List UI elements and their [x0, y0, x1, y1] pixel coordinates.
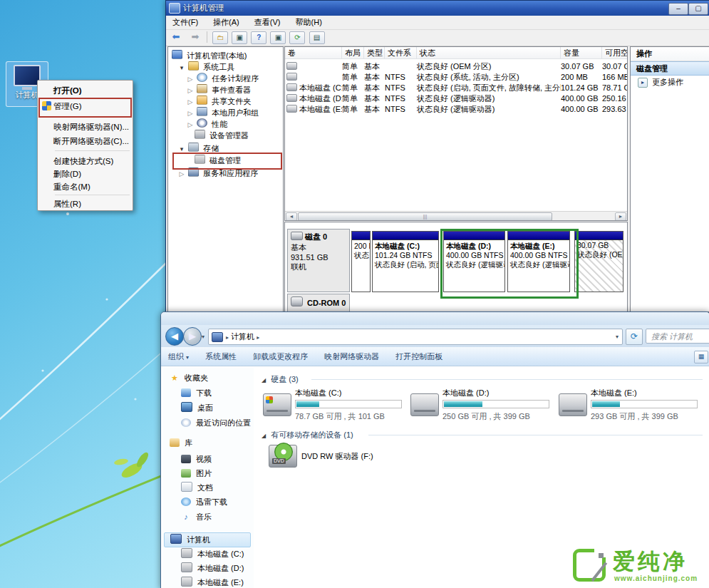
- volume-row[interactable]: 简单 基本 状态良好 (OEM 分区) 30.07 GB 30.07 G: [285, 61, 627, 72]
- sidebar-disk-e[interactable]: 本地磁盘 (E:): [162, 576, 254, 588]
- col-fs[interactable]: 文件系统: [385, 47, 417, 59]
- group-header-harddisks[interactable]: ◢ 硬盘 (3): [262, 373, 703, 385]
- horizontal-scrollbar[interactable]: ◄ ||| ►: [285, 211, 627, 220]
- console-window-icon[interactable]: ▣: [232, 31, 247, 44]
- menu-action[interactable]: 操作(A): [207, 16, 246, 29]
- sidebar-disk-c[interactable]: 本地磁盘 (C:): [162, 547, 254, 561]
- menu-item-disconnect-network-drive[interactable]: 断开网络驱动器(C)...: [39, 135, 131, 148]
- change-view-icon[interactable]: ▦: [694, 351, 708, 363]
- breadcrumb-sep[interactable]: ▸: [257, 334, 259, 341]
- search-input[interactable]: 搜索 计算机: [646, 329, 709, 344]
- console-window2-icon[interactable]: ▣: [270, 31, 286, 44]
- actions-more[interactable]: ▸ 更多操作: [631, 76, 709, 88]
- dvd-drive-tile[interactable]: DVD DVD RW 驱动器 (F:): [263, 445, 407, 482]
- tree-item-system-tools[interactable]: ▾ 系统工具: [168, 61, 283, 73]
- cdrom0-header[interactable]: CD-ROM 0: [287, 294, 350, 312]
- tree-item-local-users[interactable]: ▷ 本地用户和组: [168, 107, 283, 118]
- partition-e[interactable]: 本地磁盘 (E:) 400.00 GB NTFS 状态良好 (逻辑驱动器): [507, 231, 570, 292]
- tree-item-performance[interactable]: ▷ 性能: [168, 118, 283, 130]
- cm-title-bar[interactable]: 计算机管理 – ▢: [166, 1, 709, 16]
- tree-item-device-manager[interactable]: 设备管理器: [168, 130, 283, 141]
- sidebar-thunder-download[interactable]: 迅雷下载: [162, 495, 254, 509]
- system-properties-button[interactable]: 系统属性: [198, 347, 244, 361]
- col-capacity[interactable]: 容量: [561, 47, 602, 59]
- sidebar-music[interactable]: ♪ 音乐: [162, 510, 254, 524]
- partition-oem[interactable]: 30.07 GB 状态良好 (OEM 分区): [574, 231, 623, 292]
- disk0-header[interactable]: 磁盘 0 基本 931.51 GB 联机: [287, 229, 350, 292]
- sidebar-downloads[interactable]: 下载: [162, 386, 254, 400]
- collapsed-icon[interactable]: ▷: [187, 96, 194, 108]
- sidebar-pictures[interactable]: 图片: [162, 467, 254, 480]
- show-console-tree-icon[interactable]: 🗀: [212, 31, 228, 44]
- address-dropdown-icon[interactable]: ▾: [616, 329, 619, 344]
- drive-tile-e[interactable]: 本地磁盘 (E:) 293 GB 可用 , 共 399 GB: [559, 388, 703, 425]
- menu-view[interactable]: 查看(V): [248, 16, 287, 29]
- tree-item-root[interactable]: 计算机管理(本地): [168, 50, 283, 61]
- explorer-title-bar[interactable]: [161, 312, 709, 326]
- menu-item-map-network-drive[interactable]: 映射网络驱动器(N)...: [39, 120, 131, 133]
- back-button[interactable]: ◀: [165, 327, 184, 346]
- volume-row[interactable]: 本地磁盘 (E:) 简单 基本 NTFS 状态良好 (逻辑驱动器) 400.00…: [285, 104, 627, 115]
- col-layout[interactable]: 布局: [342, 47, 364, 59]
- partition-d[interactable]: 本地磁盘 (D:) 400.00 GB NTFS 状态良好 (逻辑驱动器): [443, 231, 505, 292]
- expanded-icon[interactable]: ▾: [178, 62, 185, 73]
- collapsed-icon[interactable]: ▷: [187, 85, 194, 96]
- tree-item-task-scheduler[interactable]: ▷ 任务计划程序: [168, 73, 283, 84]
- col-free[interactable]: 可用空间: [602, 47, 628, 59]
- actions-disk-management[interactable]: 磁盘管理: [631, 61, 709, 76]
- open-control-panel-button[interactable]: 打开控制面板: [388, 347, 450, 361]
- group-collapse-icon[interactable]: ◢: [262, 377, 266, 383]
- uninstall-program-button[interactable]: 卸载或更改程序: [246, 347, 315, 361]
- menu-item-rename[interactable]: 重命名(M): [39, 180, 131, 193]
- help-icon[interactable]: ?: [251, 31, 266, 44]
- refresh-button[interactable]: ⟳: [626, 329, 643, 345]
- partition-c[interactable]: 本地磁盘 (C:) 101.24 GB NTFS 状态良好 (启动, 页面文件,: [372, 231, 439, 292]
- menu-item-create-shortcut[interactable]: 创建快捷方式(S): [39, 155, 131, 167]
- maximize-button[interactable]: ▢: [688, 3, 708, 15]
- scroll-right-icon[interactable]: ►: [615, 212, 626, 221]
- drive-tile-c[interactable]: 本地磁盘 (C:) 78.7 GB 可用 , 共 101 GB: [263, 388, 407, 425]
- sidebar-videos[interactable]: 视频: [162, 453, 254, 466]
- collapsed-icon[interactable]: ▷: [178, 168, 185, 180]
- volume-row[interactable]: 本地磁盘 (C:) 简单 基本 NTFS 状态良好 (启动, 页面文件, 故障转…: [285, 83, 627, 93]
- tree-item-event-viewer[interactable]: ▷ 事件查看器: [168, 84, 283, 96]
- sidebar-recent-places[interactable]: 最近访问的位置: [162, 416, 254, 430]
- volume-row[interactable]: 简单 基本 NTFS 状态良好 (系统, 活动, 主分区) 200 MB 166…: [285, 72, 627, 83]
- menu-item-open[interactable]: 打开(O): [39, 84, 131, 97]
- address-bar[interactable]: ▸ 计算机 ▸ ▾: [208, 329, 623, 345]
- menu-item-delete[interactable]: 删除(D): [39, 167, 131, 180]
- col-type[interactable]: 类型: [364, 47, 385, 59]
- history-dropdown-icon[interactable]: ▾: [202, 334, 205, 340]
- sidebar-desktop[interactable]: 桌面: [162, 401, 254, 415]
- menu-item-properties[interactable]: 属性(R): [39, 197, 131, 210]
- forward-icon[interactable]: ➡: [188, 31, 202, 43]
- scrollbar-thumb[interactable]: |||: [298, 212, 552, 221]
- col-volume[interactable]: 卷: [285, 47, 342, 59]
- disk-tool-icon[interactable]: ▤: [309, 31, 325, 44]
- sidebar-libraries[interactable]: 库: [162, 436, 254, 450]
- drive-tile-d[interactable]: 本地磁盘 (D:) 250 GB 可用 , 共 399 GB: [410, 388, 554, 425]
- group-header-removable[interactable]: ◢ 有可移动存储的设备 (1): [262, 429, 703, 440]
- breadcrumb-computer[interactable]: 计算机: [231, 332, 254, 341]
- collapsed-icon[interactable]: ▷: [187, 73, 194, 85]
- sidebar-documents[interactable]: 文档: [162, 481, 254, 495]
- scroll-left-icon[interactable]: ◄: [286, 212, 297, 221]
- map-network-drive-button[interactable]: 映射网络驱动器: [317, 347, 386, 361]
- sidebar-favorites[interactable]: ★ 收藏夹: [162, 371, 254, 385]
- group-collapse-icon[interactable]: ◢: [262, 433, 266, 439]
- col-status[interactable]: 状态: [417, 47, 561, 59]
- tree-item-shared-folders[interactable]: ▷ 共享文件夹: [168, 96, 283, 107]
- collapsed-icon[interactable]: ▷: [187, 108, 194, 119]
- sidebar-computer[interactable]: 计算机: [164, 532, 251, 547]
- refresh-icon[interactable]: ⟳: [289, 31, 305, 44]
- menu-file[interactable]: 文件(F): [166, 16, 205, 29]
- organize-button[interactable]: 组织 ▾: [161, 347, 196, 363]
- volume-row[interactable]: 本地磁盘 (D:) 简单 基本 NTFS 状态良好 (逻辑驱动器) 400.00…: [285, 93, 627, 104]
- forward-button[interactable]: ▶: [183, 327, 202, 346]
- back-icon[interactable]: ⬅: [169, 31, 183, 43]
- collapsed-icon[interactable]: ▷: [187, 119, 194, 130]
- menu-help[interactable]: 帮助(H): [289, 16, 328, 29]
- minimize-button[interactable]: –: [668, 3, 688, 15]
- sidebar-disk-d[interactable]: 本地磁盘 (D:): [162, 562, 254, 575]
- partition-system[interactable]: 200 MB 状态良好 (系统,: [351, 231, 371, 292]
